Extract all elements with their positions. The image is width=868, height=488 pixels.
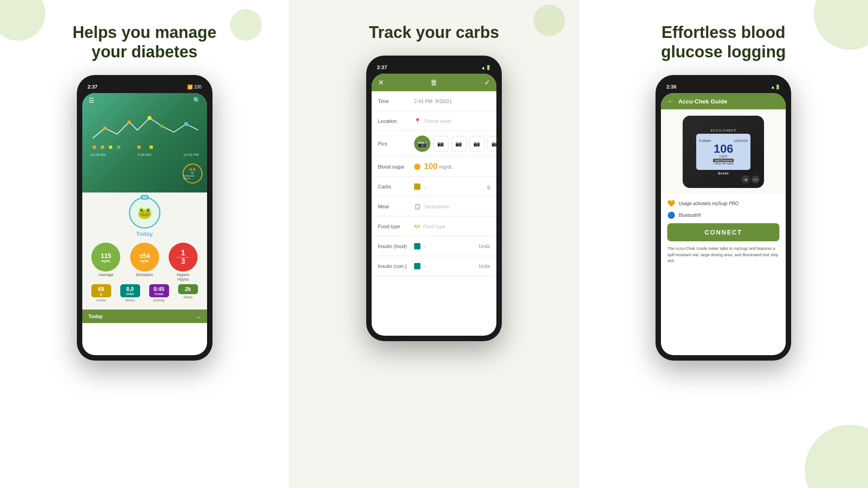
time-label-2: 6:00 AM xyxy=(138,153,151,157)
pic-empty-4[interactable]: 📷 xyxy=(487,136,496,151)
glucose-description: The Accu-Chek Guide meter talks to mySug… xyxy=(667,246,779,264)
avatar: 49 🐸 xyxy=(129,197,160,229)
glucose-title: Accu-Chek Guide xyxy=(678,98,727,105)
svg-rect-7 xyxy=(109,146,112,149)
right-screen: ← Accu-Chek Guide ACCU-CHEK® 9:38am 10/1… xyxy=(661,93,786,355)
info-row-bluetooth: 🔵 Bluetooth® xyxy=(667,211,779,219)
dash-body: 49 🐸 Today 115 mg/dL Average xyxy=(82,192,207,310)
svg-point-3 xyxy=(160,125,163,128)
blood-sugar-label: Blood sugar xyxy=(378,164,414,169)
time-value: 2:41 PM 8/20/21 xyxy=(414,99,490,104)
left-screen: ☰ 🔍 xyxy=(82,93,207,355)
back-icon[interactable]: ← xyxy=(667,98,674,105)
panel-left: Helps you manage your diabetes 2:37 📶 10… xyxy=(0,0,289,488)
right-time: 2:36 xyxy=(666,84,676,89)
panel-middle: Track your carbs 2:37 ▲🔋 ✕ 🗑 ✓ Time 2:41… xyxy=(289,0,579,488)
left-phone: 2:37 📶 100 ☰ 🔍 xyxy=(77,75,212,361)
insulin-food-unit: Units xyxy=(479,244,490,249)
food-type-label: Food type xyxy=(378,224,414,229)
svg-rect-9 xyxy=(137,146,140,149)
stat-deviation: ±54 mg/dL Deviation xyxy=(130,243,159,282)
activity-badge: 0:45 h:mm xyxy=(149,284,169,297)
pic-empty-1[interactable]: 📷 xyxy=(433,136,448,151)
bottom-stat-bolus: 8,0 Units Bolus xyxy=(120,284,140,302)
pics-label: Pics xyxy=(378,141,414,146)
carbs-unit: g xyxy=(487,184,490,189)
heart-icon: 🧡 xyxy=(667,200,675,207)
blob-decoration xyxy=(814,0,868,50)
svg-point-2 xyxy=(147,116,151,120)
bottom-stat-carbs: 68 g Carbs xyxy=(91,284,111,302)
device-reading: 106 xyxy=(714,143,733,155)
svg-rect-6 xyxy=(101,146,104,149)
svg-rect-8 xyxy=(117,146,120,149)
insulin-food-square xyxy=(414,243,420,249)
stats-row: 115 mg/dL Average ±54 mg/dL Deviation xyxy=(87,243,203,282)
meal-placeholder: Description xyxy=(425,204,490,209)
time-label: Time xyxy=(378,99,414,104)
track-header: ✕ 🗑 ✓ xyxy=(372,74,496,91)
bluetooth-text: Bluetooth® xyxy=(679,213,701,218)
avatar-section: 49 🐸 Today xyxy=(87,192,203,240)
svg-point-4 xyxy=(184,122,188,126)
bottom-stat-activity: 0:45 h:mm Activity xyxy=(149,284,169,302)
footer-today: Today xyxy=(89,314,103,319)
middle-time: 2:37 xyxy=(377,65,387,70)
device-section: ACCU-CHEK® 9:38am 10/10/16 106 mg/dL Add… xyxy=(661,109,786,194)
add-comment-button[interactable]: Add Comment xyxy=(713,159,734,162)
carbs-square xyxy=(414,183,420,190)
insulin-corr-label: Insulin (corr.) xyxy=(378,263,414,269)
svg-point-1 xyxy=(127,121,131,124)
blood-sugar-dot xyxy=(414,164,420,170)
glucose-header: ← Accu-Chek Guide xyxy=(661,93,786,109)
device-unit: mg/dL xyxy=(719,155,728,158)
bottom-stats: 68 g Carbs 8,0 Units Bolus xyxy=(87,284,203,302)
blob-decoration xyxy=(805,425,868,488)
carbs-value: - xyxy=(424,184,486,189)
today-label: Today xyxy=(136,230,153,237)
middle-screen: ✕ 🗑 ✓ Time 2:41 PM 8/20/21 Location 📍 Pl… xyxy=(372,74,496,336)
bottom-stat-steps: 2k Steps xyxy=(178,284,198,302)
right-camera xyxy=(720,83,727,90)
avatar-badge: 49 xyxy=(140,195,149,200)
left-status: 📶 100 xyxy=(187,84,201,89)
track-row-insulin-corr: Insulin (corr.) - Units xyxy=(372,256,496,276)
location-placeholder: Planet earth xyxy=(425,118,490,124)
dash-footer[interactable]: Today ⌄ xyxy=(82,310,207,323)
glucose-info-section: 🧡 Usage activates mySugr PRO 🔵 Bluetooth… xyxy=(661,194,786,270)
insulin-food-label: Insulin (food) xyxy=(378,244,414,249)
stat-circle-deviation: ±54 mg/dL xyxy=(130,243,159,272)
device-nav-left: ◀ xyxy=(741,175,750,183)
chevron-down-icon: ⌄ xyxy=(196,313,201,319)
food-type-icon: 🍽 xyxy=(414,223,420,230)
stat-circle-average: 115 mg/dL xyxy=(91,243,120,272)
steps-badge: 2k xyxy=(178,284,198,294)
close-icon[interactable]: ✕ xyxy=(378,78,384,87)
track-row-location: Location 📍 Planet earth xyxy=(372,111,496,131)
hamburger-icon[interactable]: ☰ xyxy=(89,97,94,104)
blob-decoration xyxy=(533,5,565,36)
dash-chart xyxy=(89,108,201,153)
dash-header: ☰ 🔍 xyxy=(82,93,207,192)
search-icon[interactable]: 🔍 xyxy=(193,97,201,104)
check-icon[interactable]: ✓ xyxy=(484,78,490,87)
left-camera xyxy=(141,83,148,90)
blood-sugar-unit: mg/dL xyxy=(439,164,453,169)
right-status: ▲🔋 xyxy=(770,84,780,89)
connect-button[interactable]: CONNECT xyxy=(667,223,779,241)
delete-icon[interactable]: 🗑 xyxy=(430,79,438,87)
svg-rect-10 xyxy=(149,146,152,149)
device-bottom-time: 7:36am 85 mg/dL xyxy=(713,162,734,165)
pic-empty-2[interactable]: 📷 xyxy=(451,136,467,151)
pic-empty-3[interactable]: 📷 xyxy=(469,136,485,151)
insulin-corr-value: - xyxy=(424,263,477,269)
track-row-pics: Pics 📷 📷 📷 📷 📷 xyxy=(372,131,496,157)
middle-status: ▲🔋 xyxy=(481,65,491,70)
left-time: 2:37 xyxy=(88,84,98,89)
info-row-pro: 🧡 Usage activates mySugr PRO xyxy=(667,200,779,207)
blob-decoration xyxy=(0,0,45,41)
camera-active-icon[interactable]: 📷 xyxy=(414,136,430,152)
stat-hypers-hypos: 1 3 HypersHypos xyxy=(169,243,198,282)
left-heading: Helps you manage your diabetes xyxy=(59,23,231,61)
carbs-badge: 68 g xyxy=(91,284,111,297)
